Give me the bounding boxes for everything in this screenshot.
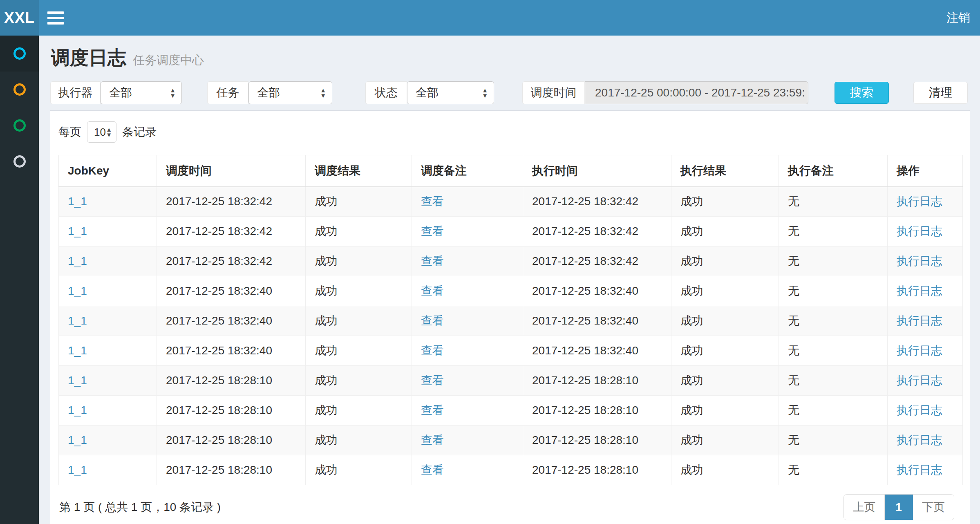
- select-arrows-icon: ▲▼: [106, 127, 112, 137]
- current-page-button[interactable]: 1: [885, 495, 913, 520]
- executor-select[interactable]: 全部 ▲▼: [101, 81, 182, 104]
- sidebar-toggle-button[interactable]: [39, 0, 72, 36]
- jobkey-link[interactable]: 1_1: [68, 404, 87, 417]
- view-link[interactable]: 查看: [421, 195, 444, 208]
- handle-time-cell: 2017-12-25 18:28:10: [523, 455, 671, 485]
- table-row: 1_1 2017-12-25 18:32:40 成功 查看 2017-12-25…: [59, 306, 963, 336]
- action-cell: 执行日志: [888, 187, 963, 217]
- view-link[interactable]: 查看: [421, 284, 444, 297]
- trigger-time-cell: 2017-12-25 18:28:10: [157, 455, 306, 485]
- clear-log-button[interactable]: 清理: [913, 82, 968, 104]
- job-select-value: 全部: [257, 85, 280, 101]
- handle-result-cell: 成功: [671, 396, 779, 425]
- sidebar-item-4[interactable]: [0, 143, 39, 179]
- logout-link[interactable]: 注销: [946, 0, 970, 36]
- trigger-msg-cell: 查看: [412, 187, 523, 217]
- jobkey-link[interactable]: 1_1: [68, 284, 87, 297]
- exec-log-link[interactable]: 执行日志: [897, 314, 942, 327]
- circle-outline-icon: [13, 155, 26, 168]
- view-link[interactable]: 查看: [421, 404, 444, 417]
- page-size-select[interactable]: 10 ▲▼: [87, 121, 116, 143]
- trigger-result-cell: 成功: [306, 276, 412, 306]
- sidebar: [0, 36, 39, 524]
- hamburger-icon: [47, 11, 64, 14]
- exec-log-link[interactable]: 执行日志: [897, 195, 942, 208]
- sidebar-item-1[interactable]: [0, 36, 39, 72]
- view-link[interactable]: 查看: [421, 434, 444, 446]
- page-title: 调度日志: [51, 45, 126, 71]
- view-link[interactable]: 查看: [421, 374, 444, 387]
- job-select[interactable]: 全部 ▲▼: [248, 81, 332, 104]
- next-page-button[interactable]: 下页: [913, 495, 954, 520]
- status-select[interactable]: 全部 ▲▼: [407, 81, 494, 104]
- action-cell: 执行日志: [888, 306, 963, 336]
- exec-log-link[interactable]: 执行日志: [897, 284, 942, 297]
- sidebar-item-3[interactable]: [0, 107, 39, 143]
- col-handle-time: 执行时间: [523, 155, 671, 187]
- handle-result-cell: 成功: [671, 455, 779, 485]
- handle-result-cell: 成功: [671, 246, 779, 276]
- time-filter-group: 调度时间: [522, 81, 808, 104]
- handle-result-cell: 成功: [671, 187, 779, 217]
- exec-log-link[interactable]: 执行日志: [897, 344, 942, 357]
- filter-bar: 执行器 全部 ▲▼ 任务 全部 ▲▼ 状态 全部 ▲▼ 调度时间 搜索 清理: [50, 81, 970, 104]
- table-row: 1_1 2017-12-25 18:32:40 成功 查看 2017-12-25…: [59, 336, 963, 366]
- trigger-result-cell: 成功: [306, 187, 412, 217]
- trigger-msg-cell: 查看: [412, 455, 523, 485]
- col-trigger-msg: 调度备注: [412, 155, 523, 187]
- jobkey-link[interactable]: 1_1: [68, 374, 87, 387]
- handle-time-cell: 2017-12-25 18:28:10: [523, 425, 671, 455]
- trigger-time-label: 调度时间: [522, 81, 585, 104]
- handle-msg-cell: 无: [779, 246, 888, 276]
- view-link[interactable]: 查看: [421, 314, 444, 327]
- trigger-time-cell: 2017-12-25 18:28:10: [157, 396, 306, 425]
- jobkey-link[interactable]: 1_1: [68, 434, 87, 446]
- jobkey-link[interactable]: 1_1: [68, 464, 87, 476]
- exec-log-link[interactable]: 执行日志: [897, 434, 942, 446]
- prev-page-button[interactable]: 上页: [844, 495, 885, 520]
- status-label: 状态: [365, 81, 407, 104]
- exec-log-link[interactable]: 执行日志: [897, 255, 942, 267]
- jobkey-cell: 1_1: [59, 276, 157, 306]
- col-action: 操作: [888, 155, 963, 187]
- handle-result-cell: 成功: [671, 306, 779, 336]
- trigger-time-range-input[interactable]: [585, 81, 808, 104]
- view-link[interactable]: 查看: [421, 225, 444, 237]
- handle-msg-cell: 无: [779, 336, 888, 366]
- log-panel: 每页 10 ▲▼ 条记录 JobKey 调度时间 调度结果 调度备注 执行时间 …: [50, 110, 970, 524]
- circle-outline-icon: [13, 119, 26, 132]
- col-trigger-time: 调度时间: [157, 155, 306, 187]
- col-handle-msg: 执行备注: [779, 155, 888, 187]
- jobkey-link[interactable]: 1_1: [68, 344, 87, 357]
- jobkey-link[interactable]: 1_1: [68, 314, 87, 327]
- view-link[interactable]: 查看: [421, 344, 444, 357]
- trigger-time-cell: 2017-12-25 18:32:42: [157, 187, 306, 217]
- sidebar-item-2[interactable]: [0, 72, 39, 107]
- jobkey-cell: 1_1: [59, 336, 157, 366]
- col-jobkey: JobKey: [59, 155, 157, 187]
- exec-log-link[interactable]: 执行日志: [897, 464, 942, 476]
- view-link[interactable]: 查看: [421, 255, 444, 267]
- trigger-result-cell: 成功: [306, 306, 412, 336]
- exec-log-link[interactable]: 执行日志: [897, 374, 942, 387]
- jobkey-cell: 1_1: [59, 455, 157, 485]
- view-link[interactable]: 查看: [421, 464, 444, 476]
- search-button[interactable]: 搜索: [835, 82, 889, 104]
- pagination: 上页 1 下页: [844, 494, 954, 520]
- action-cell: 执行日志: [888, 366, 963, 396]
- trigger-result-cell: 成功: [306, 246, 412, 276]
- handle-time-cell: 2017-12-25 18:32:42: [523, 217, 671, 246]
- exec-log-link[interactable]: 执行日志: [897, 225, 942, 237]
- exec-log-link[interactable]: 执行日志: [897, 404, 942, 417]
- jobkey-cell: 1_1: [59, 366, 157, 396]
- jobkey-link[interactable]: 1_1: [68, 195, 87, 208]
- jobkey-link[interactable]: 1_1: [68, 225, 87, 237]
- executor-label: 执行器: [50, 81, 101, 104]
- trigger-result-cell: 成功: [306, 425, 412, 455]
- handle-time-cell: 2017-12-25 18:32:42: [523, 187, 671, 217]
- action-cell: 执行日志: [888, 396, 963, 425]
- jobkey-link[interactable]: 1_1: [68, 255, 87, 267]
- trigger-time-cell: 2017-12-25 18:28:10: [157, 425, 306, 455]
- trigger-result-cell: 成功: [306, 217, 412, 246]
- page-size-prefix: 每页: [58, 124, 81, 140]
